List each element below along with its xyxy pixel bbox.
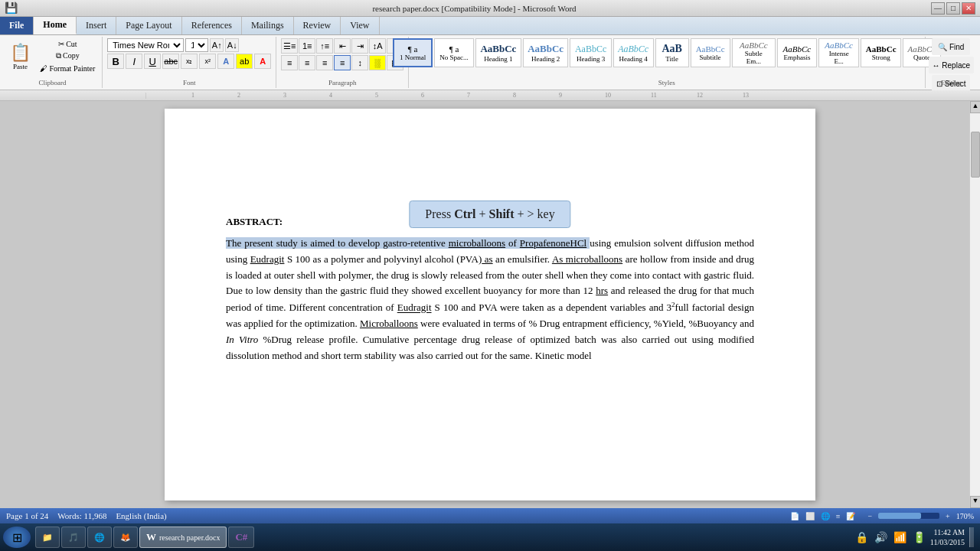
align-left-button[interactable]: ≡ xyxy=(281,55,298,70)
copy-button[interactable]: ⧉ Copy xyxy=(36,51,99,61)
taskbar-word[interactable]: W research paper.docx xyxy=(139,527,227,548)
superscript-button[interactable]: x² xyxy=(199,54,216,69)
date: 11/03/2015 xyxy=(930,537,965,547)
page-count: Page 1 of 24 xyxy=(6,511,48,520)
highlighted-text-1: The present study is aimed to develop ga… xyxy=(226,237,520,249)
justify-button[interactable]: ≡ xyxy=(334,55,351,70)
tab-insert[interactable]: Insert xyxy=(77,17,116,34)
italic-button[interactable]: I xyxy=(126,54,142,69)
subscript-button[interactable]: x₂ xyxy=(181,54,198,69)
style-strong[interactable]: AaBbCc Strong xyxy=(861,38,901,67)
style-subtitle[interactable]: AaBbCc Subtitle xyxy=(691,38,730,67)
zoom-out-button[interactable]: − xyxy=(867,512,872,520)
show-desktop-button[interactable] xyxy=(969,527,974,547)
propafenone-link: PropafenoneHCl xyxy=(520,237,586,249)
style-heading3[interactable]: AaBbCc Heading 3 xyxy=(570,38,611,67)
view-fullscreen-icon: ⬜ xyxy=(805,512,815,520)
taskbar-csharp[interactable]: C# xyxy=(228,527,254,548)
style-no-spacing[interactable]: ¶ a No Spac... xyxy=(434,38,474,67)
decrease-indent-button[interactable]: ⇤ xyxy=(334,38,351,54)
scrollbar-thumb[interactable] xyxy=(971,132,980,178)
document-page: Press Ctrl + Shift + > key ABSTRACT: The… xyxy=(165,109,815,500)
clipboard-label: Clipboard xyxy=(3,79,102,86)
font-color-button[interactable]: A xyxy=(254,54,271,69)
taskbar-ie[interactable]: 🌐 xyxy=(87,527,112,548)
ribbon-group-editing: 🔍 Find ↔ Replace ⊡ Select Editing xyxy=(926,37,977,88)
microballoons-link-2: Microballoons xyxy=(360,318,418,329)
tab-view[interactable]: View xyxy=(341,17,379,34)
tab-file[interactable]: File xyxy=(0,17,34,34)
tab-page-layout[interactable]: Page Layout xyxy=(116,17,181,34)
taskbar-explorer[interactable]: 📁 xyxy=(35,527,60,548)
increase-font-button[interactable]: A↑ xyxy=(210,38,224,52)
underline-button[interactable]: U xyxy=(144,54,161,69)
style-title[interactable]: AaB Title xyxy=(655,38,689,67)
vertical-scrollbar[interactable]: ▲ ▼ xyxy=(969,101,980,508)
text-effects-button[interactable]: A xyxy=(217,54,234,69)
status-right: 📄 ⬜ 🌐 ≡ 📝 − + 170% xyxy=(790,512,974,520)
align-center-button[interactable]: ≡ xyxy=(299,55,315,70)
increase-indent-button[interactable]: ⇥ xyxy=(351,38,368,54)
tab-references[interactable]: References xyxy=(182,17,242,34)
shading-button[interactable]: ░ xyxy=(369,55,386,70)
bullets-button[interactable]: ☰≡ xyxy=(281,38,298,54)
sort-button[interactable]: ↕A xyxy=(369,38,386,54)
style-heading2[interactable]: AaBbCc Heading 2 xyxy=(523,38,569,67)
align-right-button[interactable]: ≡ xyxy=(316,55,333,70)
replace-button[interactable]: ↔ Replace xyxy=(929,57,974,73)
ribbon-group-font: Times New Roman 12 A↑ A↓ B I U abc x₂ x²… xyxy=(103,37,276,88)
ribbon-group-paragraph: ☰≡ 1≡ ↑≡ ⇤ ⇥ ↕A ¶ ≡ ≡ ≡ ≡ ↕ ░ ▦ Paragrap… xyxy=(276,37,409,88)
taskbar-media[interactable]: 🎵 xyxy=(61,527,86,548)
microballoons-link: microballoons xyxy=(449,237,505,249)
tab-mailings[interactable]: Mailings xyxy=(242,17,294,34)
hrs-link: hrs xyxy=(596,285,608,296)
numbering-button[interactable]: 1≡ xyxy=(299,38,315,54)
start-button[interactable]: ⊞ xyxy=(3,527,31,548)
paste-button[interactable]: 📋 Paste xyxy=(6,38,34,75)
editing-label: Editing xyxy=(926,79,977,86)
system-tray: 🔒 🔊 📶 🔋 xyxy=(855,531,926,544)
highlight-button[interactable]: ab xyxy=(236,54,253,69)
minimize-button[interactable]: — xyxy=(931,2,945,15)
status-bar: Page 1 of 24 Words: 11,968 English (Indi… xyxy=(0,508,980,523)
zoom-slider[interactable] xyxy=(878,513,939,519)
clock: 11:42 AM 11/03/2015 xyxy=(930,527,965,547)
paragraph-label: Paragraph xyxy=(276,79,408,86)
language: English (India) xyxy=(116,511,166,520)
ruler: | 1 2 3 4 5 6 7 8 9 10 11 12 13 xyxy=(0,90,980,101)
font-family-select[interactable]: Times New Roman xyxy=(107,38,184,52)
line-spacing-button[interactable]: ↕ xyxy=(351,55,368,70)
ribbon-tabs: File Home Insert Page Layout References … xyxy=(0,17,980,35)
style-normal[interactable]: ¶ a 1 Normal xyxy=(393,38,433,67)
font-size-select[interactable]: 12 xyxy=(185,38,208,52)
find-button[interactable]: 🔍 Find xyxy=(932,38,970,55)
style-intense-e[interactable]: AaBbCc Intense E... xyxy=(818,38,859,67)
status-left: Page 1 of 24 Words: 11,968 English (Indi… xyxy=(6,511,167,520)
superscript-2: 2 xyxy=(671,301,675,308)
scroll-down-button[interactable]: ▼ xyxy=(970,496,980,508)
cut-button[interactable]: ✂ Cut xyxy=(36,38,99,49)
bold-button[interactable]: B xyxy=(107,54,124,69)
tab-review[interactable]: Review xyxy=(294,17,341,34)
word-count: Words: 11,968 xyxy=(57,511,106,520)
eudragit-link-1: Eudragit xyxy=(250,253,285,265)
style-heading4[interactable]: AaBbCc Heading 4 xyxy=(613,38,654,67)
style-subtle-em[interactable]: AaBbCc Subtle Em... xyxy=(732,38,776,67)
title-bar-icon: 💾 xyxy=(5,2,18,15)
scroll-up-button[interactable]: ▲ xyxy=(970,101,980,113)
format-painter-button[interactable]: 🖌 Format Painter xyxy=(36,63,99,73)
in-vitro-text: In Vitro xyxy=(226,334,258,345)
zoom-in-button[interactable]: + xyxy=(946,512,950,520)
decrease-font-button[interactable]: A↓ xyxy=(225,38,239,52)
style-heading1[interactable]: AaBbCc Heading 1 xyxy=(475,38,521,67)
close-button[interactable]: ✕ xyxy=(962,2,975,15)
tray-icon-battery: 🔋 xyxy=(913,531,926,544)
ribbon-group-styles: ¶ a 1 Normal ¶ a No Spac... AaBbCc Headi… xyxy=(409,37,925,88)
style-emphasis[interactable]: AaBbCc Emphasis xyxy=(777,38,817,67)
title-bar-controls: — □ ✕ xyxy=(931,2,975,15)
maximize-button[interactable]: □ xyxy=(946,2,960,15)
tab-home[interactable]: Home xyxy=(34,17,77,34)
taskbar-firefox[interactable]: 🦊 xyxy=(113,527,138,548)
strikethrough-button[interactable]: abc xyxy=(162,54,179,69)
multilevel-button[interactable]: ↑≡ xyxy=(316,38,333,54)
